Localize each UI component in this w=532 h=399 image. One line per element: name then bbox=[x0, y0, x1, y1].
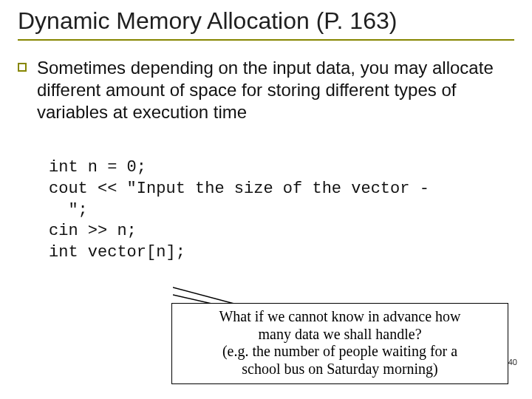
code-line: "; bbox=[49, 201, 88, 219]
bullet-item: Sometimes depending on the input data, y… bbox=[18, 57, 514, 123]
callout-line: school bus on Saturday morning) bbox=[180, 361, 500, 378]
slide-title: Dynamic Memory Allocation (P. 163) bbox=[18, 7, 514, 41]
code-line: cout << "Input the size of the vector - bbox=[49, 180, 429, 198]
callout-line: many data we shall handle? bbox=[180, 326, 500, 344]
code-block: int n = 0; cout << "Input the size of th… bbox=[49, 137, 514, 264]
code-line: cin >> n; bbox=[49, 222, 137, 240]
page-number: 40 bbox=[508, 358, 517, 366]
bullet-square-icon bbox=[18, 63, 27, 72]
code-line: int n = 0; bbox=[49, 158, 146, 177]
callout-line: (e.g. the number of people waiting for a bbox=[180, 343, 500, 361]
bullet-text: Sometimes depending on the input data, y… bbox=[37, 57, 514, 123]
callout-box: What if we cannot know in advance how ma… bbox=[171, 303, 508, 384]
code-line: int vector[n]; bbox=[49, 243, 185, 262]
callout-line: What if we cannot know in advance how bbox=[180, 308, 500, 326]
